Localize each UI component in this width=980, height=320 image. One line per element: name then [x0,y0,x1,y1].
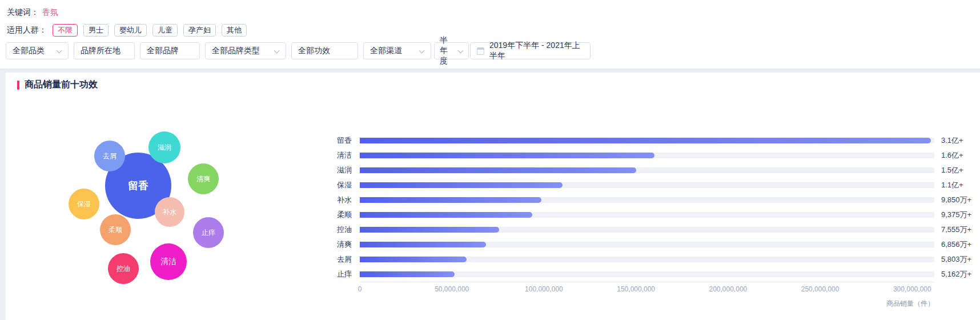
crowd-option[interactable]: 其他 [222,24,247,37]
bar[interactable] [360,153,654,158]
crowd-label: 适用人群： [7,25,47,35]
bar-category-label: 控油 [332,225,352,235]
bubble-chart: 留香去屑滋润清爽保湿补水柔顺止痒控油清洁 [6,73,251,313]
x-axis-tick-label: 100,000,000 [525,285,563,293]
x-axis-tick-label: 0 [358,285,362,293]
brand-type-filter[interactable]: 全部品牌类型 [205,42,286,59]
bubble[interactable]: 清洁 [150,243,187,280]
bar-track [360,138,934,143]
bubble[interactable]: 柔顺 [100,214,131,245]
bar-category-label: 止痒 [332,269,352,279]
bar-row: 去屑5,803万+ [332,252,979,267]
chevron-down-icon [458,49,463,54]
crowd-row: 适用人群： 不限男士婴幼儿儿童孕产妇其他 [7,24,980,37]
bar-chart: 留香3.1亿+清洁1.6亿+滋润1.5亿+保湿1.1亿+补水9,850万+柔顺9… [332,133,979,309]
date-range-picker[interactable]: 2019年下半年 - 2021年上半年 [470,42,591,59]
bar-value-label: 9,850万+ [941,195,971,205]
filter-row: 全部品类品牌所在地全部品牌全部品牌类型全部功效全部渠道 半年度 2019年下半年… [6,42,980,59]
x-axis-ticks: 050,000,000100,000,000150,000,000200,000… [360,282,934,291]
bar[interactable] [360,212,532,218]
chevron-down-icon [274,49,279,54]
crowd-option[interactable]: 不限 [53,24,78,37]
bar-track [360,182,934,188]
bar-value-label: 7,555万+ [941,225,971,235]
bar-category-label: 滋润 [332,165,352,175]
bar-row: 清洁1.6亿+ [332,148,979,163]
bar[interactable] [360,242,486,247]
bar-value-label: 5,162万+ [941,269,971,279]
bar[interactable] [360,257,467,262]
bubble[interactable]: 去屑 [94,141,125,171]
filter-label: 品牌所在地 [81,46,121,56]
bar-track [360,212,934,218]
bar[interactable] [360,197,541,203]
category-filter[interactable]: 全部品类 [6,42,69,59]
bar-value-label: 1.6亿+ [941,150,963,161]
x-axis-tick-label: 250,000,000 [801,285,840,293]
bar-row: 止痒5,162万+ [332,267,979,282]
keyword-row: 关键词： 香氛 [7,7,980,18]
crowd-options: 不限男士婴幼儿儿童孕产妇其他 [53,24,247,37]
bar-value-label: 6,856万+ [941,239,971,250]
date-range-value: 2019年下半年 - 2021年上半年 [489,41,584,61]
crowd-option[interactable]: 婴幼儿 [114,24,147,37]
bubble[interactable]: 止痒 [193,217,224,248]
x-axis-title: 商品销量（件） [332,299,934,309]
bar-category-label: 去屑 [332,254,352,265]
bubble[interactable]: 清爽 [188,163,219,194]
chevron-down-icon [57,49,62,54]
bar-row: 留香3.1亿+ [332,133,979,148]
effect-filter[interactable]: 全部功效 [291,42,358,59]
bar-track [360,271,934,277]
bar-value-label: 1.1亿+ [941,180,963,190]
period-group: 半年度 2019年下半年 - 2021年上半年 [434,42,591,59]
bubble[interactable]: 补水 [155,197,184,227]
bar[interactable] [360,227,499,233]
filter-panel: 关键词： 香氛 适用人群： 不限男士婴幼儿儿童孕产妇其他 全部品类品牌所在地全部… [0,0,980,69]
filter-label: 全部品牌 [147,46,179,56]
bar[interactable] [360,182,563,188]
filter-label: 全部品类 [13,46,45,56]
bar-row: 补水9,850万+ [332,193,979,207]
bar[interactable] [360,138,931,143]
bubble[interactable]: 滋润 [148,131,180,163]
bubble[interactable]: 保湿 [69,189,99,219]
crowd-option[interactable]: 男士 [83,24,109,37]
bar-row: 控油7,555万+ [332,222,979,237]
bar-value-label: 3.1亿+ [941,135,963,146]
bar-category-label: 保湿 [332,180,352,190]
bar-category-label: 补水 [332,195,352,205]
brand-filter[interactable]: 全部品牌 [140,42,200,59]
crowd-option[interactable]: 孕产妇 [183,24,216,37]
keyword-value: 香氛 [42,7,58,18]
crowd-option[interactable]: 儿童 [152,24,178,37]
bar[interactable] [360,271,455,277]
bar[interactable] [360,167,636,173]
chevron-down-icon [419,49,424,54]
bar-category-label: 柔顺 [332,210,352,220]
bar-category-label: 留香 [332,135,352,146]
bar-row: 清爽6,856万+ [332,237,979,252]
calendar-icon [477,47,484,55]
bar-track [360,153,934,158]
bar-track [360,257,934,262]
brand-location-filter[interactable]: 品牌所在地 [74,42,135,59]
x-axis-tick-label: 200,000,000 [709,285,747,293]
bar-row: 柔顺9,375万+ [332,207,979,222]
x-axis-tick-label: 50,000,000 [435,285,469,293]
bar-value-label: 1.5亿+ [941,165,963,175]
bar-rows: 留香3.1亿+清洁1.6亿+滋润1.5亿+保湿1.1亿+补水9,850万+柔顺9… [332,133,979,282]
bar-track [360,242,934,247]
bar-track [360,227,934,233]
period-granularity-select[interactable]: 半年度 [434,42,469,59]
filter-boxes: 全部品类品牌所在地全部品牌全部品牌类型全部功效全部渠道 [6,42,431,59]
filter-label: 全部品牌类型 [212,46,260,56]
sales-top10-card: 商品销量前十功效 留香去屑滋润清爽保湿补水柔顺止痒控油清洁 留香3.1亿+清洁1… [6,73,980,320]
channel-filter[interactable]: 全部渠道 [363,42,431,59]
x-axis-tick-label: 150,000,000 [617,285,655,293]
period-label: 半年度 [440,35,455,66]
x-axis-tick-label: 300,000,000 [893,285,931,293]
filter-label: 全部功效 [298,46,330,56]
bubble[interactable]: 控油 [108,253,139,284]
bar-value-label: 5,803万+ [941,254,971,265]
